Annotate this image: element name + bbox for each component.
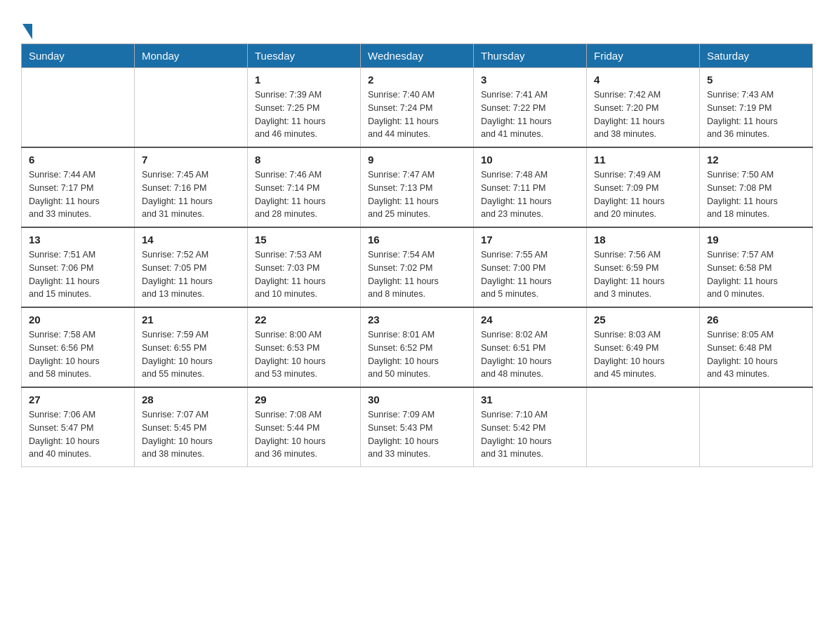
calendar-week-3: 13Sunrise: 7:51 AMSunset: 7:06 PMDayligh… <box>22 227 813 307</box>
day-number: 28 <box>142 394 240 405</box>
calendar-cell: 18Sunrise: 7:56 AMSunset: 6:59 PMDayligh… <box>587 227 700 307</box>
day-number: 9 <box>368 154 466 166</box>
day-info: Sunrise: 7:57 AMSunset: 6:58 PMDaylight:… <box>707 248 805 301</box>
day-number: 13 <box>29 234 127 246</box>
calendar-cell: 22Sunrise: 8:00 AMSunset: 6:53 PMDayligh… <box>248 307 361 387</box>
day-number: 18 <box>594 234 692 246</box>
calendar-table: SundayMondayTuesdayWednesdayThursdayFrid… <box>21 43 813 467</box>
day-number: 14 <box>142 234 240 246</box>
day-info: Sunrise: 7:40 AMSunset: 7:24 PMDaylight:… <box>368 88 466 141</box>
calendar-cell: 12Sunrise: 7:50 AMSunset: 7:08 PMDayligh… <box>700 147 813 227</box>
weekday-header-friday: Friday <box>587 44 700 68</box>
day-number: 22 <box>255 314 353 326</box>
calendar-cell: 30Sunrise: 7:09 AMSunset: 5:43 PMDayligh… <box>361 387 474 467</box>
calendar-cell: 25Sunrise: 8:03 AMSunset: 6:49 PMDayligh… <box>587 307 700 387</box>
calendar-week-4: 20Sunrise: 7:58 AMSunset: 6:56 PMDayligh… <box>22 307 813 387</box>
calendar-cell <box>587 387 700 467</box>
logo-triangle-icon <box>22 24 32 39</box>
calendar-cell: 10Sunrise: 7:48 AMSunset: 7:11 PMDayligh… <box>474 147 587 227</box>
day-info: Sunrise: 7:46 AMSunset: 7:14 PMDaylight:… <box>255 168 353 221</box>
day-number: 30 <box>368 394 466 405</box>
day-number: 1 <box>255 74 353 86</box>
day-info: Sunrise: 7:08 AMSunset: 5:44 PMDaylight:… <box>255 408 353 461</box>
weekday-header-thursday: Thursday <box>474 44 587 68</box>
calendar-cell: 27Sunrise: 7:06 AMSunset: 5:47 PMDayligh… <box>22 387 135 467</box>
logo <box>21 21 32 36</box>
calendar-cell: 8Sunrise: 7:46 AMSunset: 7:14 PMDaylight… <box>248 147 361 227</box>
calendar-cell <box>700 387 813 467</box>
weekday-header-monday: Monday <box>135 44 248 68</box>
day-number: 29 <box>255 394 353 405</box>
day-number: 27 <box>29 394 127 405</box>
calendar-cell: 16Sunrise: 7:54 AMSunset: 7:02 PMDayligh… <box>361 227 474 307</box>
day-info: Sunrise: 7:09 AMSunset: 5:43 PMDaylight:… <box>368 408 466 461</box>
calendar-cell: 15Sunrise: 7:53 AMSunset: 7:03 PMDayligh… <box>248 227 361 307</box>
page-header <box>21 14 813 36</box>
day-info: Sunrise: 7:58 AMSunset: 6:56 PMDaylight:… <box>29 328 127 381</box>
day-info: Sunrise: 7:07 AMSunset: 5:45 PMDaylight:… <box>142 408 240 461</box>
calendar-cell: 3Sunrise: 7:41 AMSunset: 7:22 PMDaylight… <box>474 68 587 148</box>
calendar-week-1: 1Sunrise: 7:39 AMSunset: 7:25 PMDaylight… <box>22 68 813 148</box>
calendar-cell: 9Sunrise: 7:47 AMSunset: 7:13 PMDaylight… <box>361 147 474 227</box>
day-info: Sunrise: 8:02 AMSunset: 6:51 PMDaylight:… <box>481 328 579 381</box>
day-number: 4 <box>594 74 692 86</box>
day-number: 17 <box>481 234 579 246</box>
day-info: Sunrise: 8:05 AMSunset: 6:48 PMDaylight:… <box>707 328 805 381</box>
weekday-header-wednesday: Wednesday <box>361 44 474 68</box>
calendar-header: SundayMondayTuesdayWednesdayThursdayFrid… <box>22 44 813 68</box>
calendar-cell: 20Sunrise: 7:58 AMSunset: 6:56 PMDayligh… <box>22 307 135 387</box>
calendar-cell: 1Sunrise: 7:39 AMSunset: 7:25 PMDaylight… <box>248 68 361 148</box>
calendar-cell: 7Sunrise: 7:45 AMSunset: 7:16 PMDaylight… <box>135 147 248 227</box>
day-number: 3 <box>481 74 579 86</box>
weekday-header-sunday: Sunday <box>22 44 135 68</box>
day-number: 20 <box>29 314 127 326</box>
day-info: Sunrise: 7:06 AMSunset: 5:47 PMDaylight:… <box>29 408 127 461</box>
day-info: Sunrise: 7:49 AMSunset: 7:09 PMDaylight:… <box>594 168 692 221</box>
calendar-cell: 29Sunrise: 7:08 AMSunset: 5:44 PMDayligh… <box>248 387 361 467</box>
day-info: Sunrise: 7:47 AMSunset: 7:13 PMDaylight:… <box>368 168 466 221</box>
day-number: 2 <box>368 74 466 86</box>
day-number: 24 <box>481 314 579 326</box>
calendar-cell: 23Sunrise: 8:01 AMSunset: 6:52 PMDayligh… <box>361 307 474 387</box>
calendar-cell: 11Sunrise: 7:49 AMSunset: 7:09 PMDayligh… <box>587 147 700 227</box>
day-number: 6 <box>29 154 127 166</box>
calendar-cell: 31Sunrise: 7:10 AMSunset: 5:42 PMDayligh… <box>474 387 587 467</box>
day-info: Sunrise: 8:01 AMSunset: 6:52 PMDaylight:… <box>368 328 466 381</box>
day-info: Sunrise: 7:45 AMSunset: 7:16 PMDaylight:… <box>142 168 240 221</box>
day-info: Sunrise: 8:03 AMSunset: 6:49 PMDaylight:… <box>594 328 692 381</box>
calendar-body: 1Sunrise: 7:39 AMSunset: 7:25 PMDaylight… <box>22 68 813 467</box>
day-info: Sunrise: 7:53 AMSunset: 7:03 PMDaylight:… <box>255 248 353 301</box>
day-number: 19 <box>707 234 805 246</box>
day-number: 11 <box>594 154 692 166</box>
day-number: 8 <box>255 154 353 166</box>
calendar-week-5: 27Sunrise: 7:06 AMSunset: 5:47 PMDayligh… <box>22 387 813 467</box>
day-number: 26 <box>707 314 805 326</box>
day-number: 31 <box>481 394 579 405</box>
calendar-cell: 5Sunrise: 7:43 AMSunset: 7:19 PMDaylight… <box>700 68 813 148</box>
day-info: Sunrise: 7:41 AMSunset: 7:22 PMDaylight:… <box>481 88 579 141</box>
day-number: 12 <box>707 154 805 166</box>
day-info: Sunrise: 7:39 AMSunset: 7:25 PMDaylight:… <box>255 88 353 141</box>
day-info: Sunrise: 7:44 AMSunset: 7:17 PMDaylight:… <box>29 168 127 221</box>
day-info: Sunrise: 7:10 AMSunset: 5:42 PMDaylight:… <box>481 408 579 461</box>
day-info: Sunrise: 7:51 AMSunset: 7:06 PMDaylight:… <box>29 248 127 301</box>
weekday-header-saturday: Saturday <box>700 44 813 68</box>
day-info: Sunrise: 7:42 AMSunset: 7:20 PMDaylight:… <box>594 88 692 141</box>
day-number: 5 <box>707 74 805 86</box>
weekday-header-row: SundayMondayTuesdayWednesdayThursdayFrid… <box>22 44 813 68</box>
day-number: 7 <box>142 154 240 166</box>
calendar-cell: 28Sunrise: 7:07 AMSunset: 5:45 PMDayligh… <box>135 387 248 467</box>
calendar-cell: 17Sunrise: 7:55 AMSunset: 7:00 PMDayligh… <box>474 227 587 307</box>
day-number: 23 <box>368 314 466 326</box>
calendar-cell: 26Sunrise: 8:05 AMSunset: 6:48 PMDayligh… <box>700 307 813 387</box>
calendar-week-2: 6Sunrise: 7:44 AMSunset: 7:17 PMDaylight… <box>22 147 813 227</box>
day-info: Sunrise: 7:56 AMSunset: 6:59 PMDaylight:… <box>594 248 692 301</box>
day-number: 15 <box>255 234 353 246</box>
day-info: Sunrise: 7:54 AMSunset: 7:02 PMDaylight:… <box>368 248 466 301</box>
calendar-cell: 13Sunrise: 7:51 AMSunset: 7:06 PMDayligh… <box>22 227 135 307</box>
weekday-header-tuesday: Tuesday <box>248 44 361 68</box>
day-number: 10 <box>481 154 579 166</box>
calendar-cell: 19Sunrise: 7:57 AMSunset: 6:58 PMDayligh… <box>700 227 813 307</box>
calendar-cell: 24Sunrise: 8:02 AMSunset: 6:51 PMDayligh… <box>474 307 587 387</box>
day-info: Sunrise: 7:52 AMSunset: 7:05 PMDaylight:… <box>142 248 240 301</box>
